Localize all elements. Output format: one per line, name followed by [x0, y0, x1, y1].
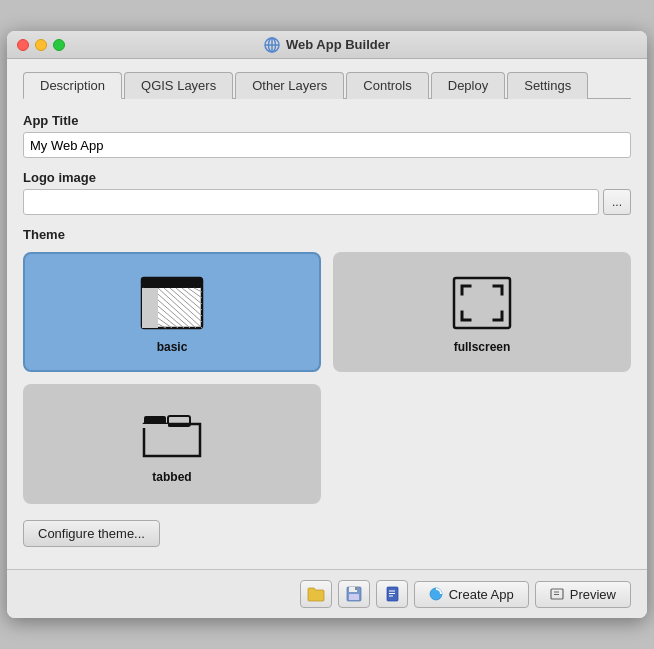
- create-app-button[interactable]: Create App: [414, 581, 529, 608]
- create-app-label: Create App: [449, 587, 514, 602]
- app-title-label: App Title: [23, 113, 631, 128]
- theme-bottom: Configure theme...: [23, 520, 631, 547]
- configure-theme-button[interactable]: Configure theme...: [23, 520, 160, 547]
- fullscreen-theme-label: fullscreen: [454, 340, 511, 354]
- close-button[interactable]: [17, 39, 29, 51]
- logo-row: ...: [23, 189, 631, 215]
- basic-theme-label: basic: [157, 340, 188, 354]
- theme-card-basic[interactable]: basic: [23, 252, 321, 372]
- bottom-toolbar: Create App Preview: [7, 569, 647, 618]
- app-window: Web App Builder Description QGIS Layers …: [7, 31, 647, 618]
- tabbed-theme-label: tabbed: [152, 470, 191, 484]
- browse-button[interactable]: ...: [603, 189, 631, 215]
- logo-label: Logo image: [23, 170, 631, 185]
- open-button[interactable]: [300, 580, 332, 608]
- svg-rect-30: [355, 587, 357, 590]
- logo-input[interactable]: [23, 189, 599, 215]
- save-button[interactable]: [338, 580, 370, 608]
- minimize-button[interactable]: [35, 39, 47, 51]
- preview-label: Preview: [570, 587, 616, 602]
- app-title-input[interactable]: [23, 132, 631, 158]
- main-content: Description QGIS Layers Other Layers Con…: [7, 59, 647, 569]
- save-icon: [346, 586, 362, 602]
- theme-card-tabbed[interactable]: tabbed: [23, 384, 321, 504]
- tab-qgis-layers[interactable]: QGIS Layers: [124, 72, 233, 99]
- window-title: Web App Builder: [264, 37, 390, 53]
- basic-theme-icon: [140, 276, 204, 330]
- tab-other-layers[interactable]: Other Layers: [235, 72, 344, 99]
- traffic-lights: [17, 39, 65, 51]
- svg-rect-25: [144, 424, 200, 456]
- theme-card-fullscreen[interactable]: fullscreen: [333, 252, 631, 372]
- tab-description[interactable]: Description: [23, 72, 122, 99]
- tab-controls[interactable]: Controls: [346, 72, 428, 99]
- svg-rect-6: [142, 288, 158, 328]
- tab-settings[interactable]: Settings: [507, 72, 588, 99]
- maximize-button[interactable]: [53, 39, 65, 51]
- book-button[interactable]: [376, 580, 408, 608]
- tab-deploy[interactable]: Deploy: [431, 72, 505, 99]
- preview-icon: [550, 587, 564, 601]
- book-icon: [384, 586, 400, 602]
- preview-button[interactable]: Preview: [535, 581, 631, 608]
- theme-grid: basic fullscreen: [23, 252, 631, 504]
- svg-rect-29: [349, 594, 359, 600]
- theme-label: Theme: [23, 227, 631, 242]
- svg-rect-26: [142, 424, 168, 428]
- titlebar: Web App Builder: [7, 31, 647, 59]
- folder-icon: [307, 586, 325, 602]
- tab-bar: Description QGIS Layers Other Layers Con…: [23, 71, 631, 99]
- globe-icon: [264, 37, 280, 53]
- create-icon: [429, 587, 443, 601]
- svg-rect-5: [142, 278, 202, 288]
- tabbed-theme-icon: [140, 410, 204, 460]
- fullscreen-theme-icon: [450, 276, 514, 330]
